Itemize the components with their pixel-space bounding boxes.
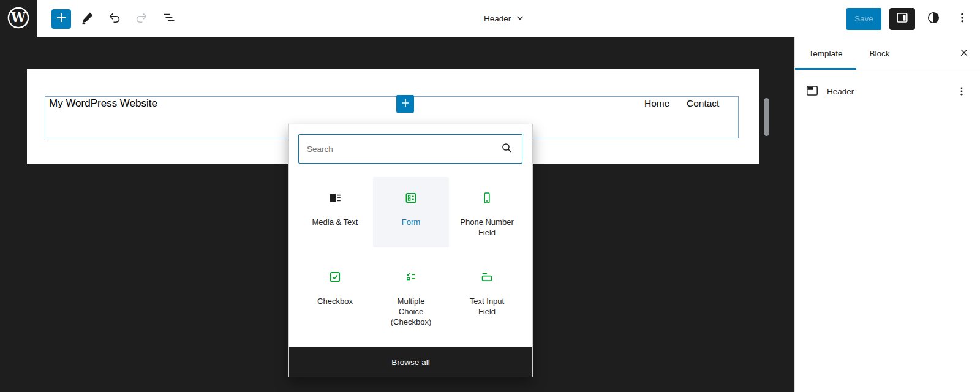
topbar-left-tools [51,0,179,37]
block-results-grid: Media & Text Form Phone N [297,177,525,337]
block-tile-label: Media & Text [312,217,358,227]
close-sidebar-button[interactable] [953,42,975,64]
template-part-options-button[interactable] [953,83,970,100]
block-tile-phone-number-field[interactable]: Phone Number Field [449,177,525,247]
sidebar-panel-icon [895,10,910,27]
nav-link-contact[interactable]: Contact [687,98,719,109]
options-menu-button[interactable] [952,8,973,30]
undo-arrow-icon [107,10,122,27]
tab-block-label: Block [869,49,889,58]
redo-button[interactable] [131,8,152,30]
checkbox-icon [328,270,342,286]
close-icon [957,46,971,61]
sidebar-tabs: Template Block [795,37,980,69]
template-part-row-header[interactable]: Header [799,77,976,106]
browse-all-button[interactable]: Browse all [289,347,532,377]
settings-sidebar-toggle-button[interactable] [889,8,915,30]
wordpress-menu-button[interactable]: W [0,0,37,37]
save-button[interactable]: Save [846,8,881,30]
tab-template-label: Template [809,49,843,58]
plus-icon [399,96,412,111]
vertical-dots-icon [955,10,970,27]
phone-icon [480,190,494,207]
canvas-scrollbar[interactable] [764,98,769,136]
contrast-icon [925,10,941,28]
edit-mode-button[interactable] [77,8,98,30]
pencil-icon [80,10,95,27]
undo-button[interactable] [104,8,125,30]
list-view-button[interactable] [158,8,179,30]
add-block-button[interactable] [396,95,414,113]
editor-topbar: W [0,0,980,37]
styles-button[interactable] [923,8,944,30]
list-view-icon [161,10,176,27]
settings-sidebar: Template Block Header [794,37,980,392]
block-tile-label: Phone Number Field [460,217,514,238]
plus-icon [54,10,69,27]
site-title-text[interactable]: My WordPress Website [49,97,157,110]
block-search-input[interactable]: Search [298,134,522,164]
nav-link-home[interactable]: Home [644,98,669,109]
wordpress-logo-icon: W [7,6,30,32]
block-inserter-toggle-button[interactable] [51,9,71,29]
search-placeholder-text: Search [307,145,499,154]
svg-text:W: W [10,10,26,25]
block-tile-label: Text Input Field [460,296,514,317]
document-title: Header [484,14,511,23]
block-tile-label: Form [402,217,420,227]
block-tile-label: Multiple Choice (Checkbox) [384,296,438,327]
redo-arrow-icon [134,10,149,27]
tab-template[interactable]: Template [795,37,856,69]
search-icon [499,140,514,157]
text-input-icon [480,270,494,286]
media-text-icon [328,190,342,207]
tab-block[interactable]: Block [856,37,903,69]
quick-inserter-popup: Search Media & Text [288,124,533,377]
template-part-label: Header [827,87,854,96]
header-block-icon [805,83,820,100]
chevron-down-icon [513,11,527,26]
document-title-dropdown[interactable]: Header [484,0,527,37]
multiple-choice-icon [404,270,418,286]
block-tile-checkbox[interactable]: Checkbox [297,256,373,337]
form-icon [404,190,418,207]
block-tile-multiple-choice-checkbox[interactable]: Multiple Choice (Checkbox) [373,256,449,337]
block-tile-form[interactable]: Form [373,177,449,247]
block-tile-label: Checkbox [317,296,353,306]
block-tile-text-input-field[interactable]: Text Input Field [449,256,525,337]
block-tile-media-text[interactable]: Media & Text [297,177,373,247]
topbar-right-tools: Save [846,0,973,37]
